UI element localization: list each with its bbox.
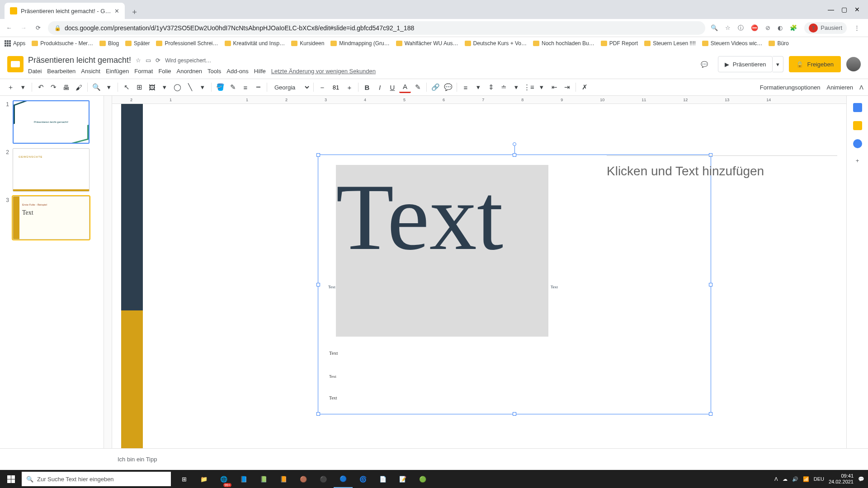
notepad-icon[interactable]: 📝 [393,470,412,488]
edge-icon[interactable]: 🌀 [354,470,373,488]
menu-file[interactable]: Datei [28,68,42,75]
forward-icon[interactable]: → [19,23,28,33]
undo-icon[interactable]: ↶ [35,81,47,93]
zoom-icon[interactable]: 🔍 [711,24,718,31]
menu-help[interactable]: Hilfe [254,68,266,75]
bookmark-item[interactable]: Steuern Lesen !!!! [644,40,696,47]
menu-slide[interactable]: Folie [158,68,171,75]
notifications-icon[interactable]: 💬 [858,476,864,482]
present-button[interactable]: ▶ Präsentieren [718,56,773,72]
slides-logo-icon[interactable] [7,56,24,72]
app-icon[interactable]: 📄 [373,470,392,488]
task-view-icon[interactable]: ⊞ [175,470,193,488]
bookmark-item[interactable]: Später [125,40,150,47]
obs-icon[interactable]: ⚫ [314,470,333,488]
decrease-indent-icon[interactable]: ⇤ [548,81,560,93]
comment-icon[interactable]: 💬 [442,81,454,93]
onedrive-icon[interactable]: ☁ [783,476,788,482]
minimize-icon[interactable]: — [828,6,834,13]
collapse-toolbar-icon[interactable]: ᐱ [859,84,863,91]
slide-thumbnail-3[interactable]: Erste Folie - Beispiel Text [13,196,90,239]
bookmark-item[interactable]: Produktsuche - Mer… [32,40,93,47]
profile-chip[interactable]: T Pausiert [804,22,847,34]
border-color-icon[interactable]: ✎ [227,81,239,93]
image-icon[interactable]: 🖼 [146,81,158,93]
new-tab-button[interactable]: + [127,5,141,19]
close-tab-icon[interactable]: ✕ [114,8,119,14]
keep-icon[interactable] [853,121,862,130]
font-family-select[interactable]: Georgia [270,84,311,91]
menu-arrange[interactable]: Anordnen [177,68,202,75]
bookmark-item[interactable]: Kursideen [291,40,324,47]
taskbar-search[interactable]: 🔍 Zur Suche Text hier eingeben [22,472,171,486]
extensions-icon[interactable]: 🧩 [790,24,797,31]
chevron-down-icon[interactable]: ▾ [510,81,522,93]
bookmark-item[interactable]: Wahlfächer WU Aus… [396,40,458,47]
line-icon[interactable]: ╲ [184,81,196,93]
new-slide-button[interactable]: ＋ [5,81,16,93]
star-icon[interactable]: ☆ [725,24,731,31]
explorer-icon[interactable]: 📁 [194,470,213,488]
highlight-icon[interactable]: ✎ [412,81,424,93]
numbered-list-icon[interactable]: ≐ [498,81,509,93]
chevron-down-icon[interactable]: ▾ [197,81,208,93]
chevron-down-icon[interactable]: ▾ [159,81,170,93]
link-icon[interactable]: 🔗 [429,81,441,93]
back-icon[interactable]: ← [5,23,14,33]
chrome-icon[interactable]: 🔵 [334,470,353,488]
increase-font-icon[interactable]: + [344,81,355,93]
border-weight-icon[interactable]: ≡ [240,81,251,93]
wifi-icon[interactable]: 📶 [803,476,809,482]
content-placeholder[interactable]: Klicken und Text hinzufügen [607,155,837,411]
resize-handle[interactable] [316,283,320,286]
bookmark-item[interactable]: Deutsche Kurs + Vo… [465,40,527,47]
menu-addons[interactable]: Add-ons [226,68,248,75]
slide-thumbnail-1[interactable]: Präsentieren leicht gemacht! [13,100,90,144]
document-title[interactable]: Präsentieren leicht gemacht! [28,56,131,65]
menu-view[interactable]: Ansicht [81,68,100,75]
decrease-font-icon[interactable]: − [316,81,328,93]
resize-handle[interactable] [316,153,320,157]
animate-button[interactable]: Animieren [826,84,853,91]
bookmark-item[interactable]: Steuern Videos wic… [702,40,763,47]
menu-tools[interactable]: Tools [208,68,221,75]
shape-icon[interactable]: ◯ [171,81,183,93]
font-size-input[interactable] [329,84,343,91]
present-dropdown[interactable]: ▾ [773,56,783,72]
edge-legacy-icon[interactable]: 🌐99+ [214,470,233,488]
resize-handle[interactable] [513,412,516,416]
add-icon[interactable]: + [853,157,862,166]
tray-chevron-icon[interactable]: ᐱ [774,476,778,482]
volume-icon[interactable]: 🔊 [792,476,798,482]
underline-icon[interactable]: U [387,81,398,93]
bookmark-item[interactable]: Professionell Schrei… [156,40,218,47]
text-color-icon[interactable]: A [399,81,411,93]
clock[interactable]: 09:41 24.02.2021 [829,473,854,485]
format-options-button[interactable]: Formatierungsoptionen [760,84,821,91]
star-icon[interactable]: ☆ [136,57,141,64]
slide-canvas[interactable]: Text Text Text Text Text Text Klicken un… [112,104,846,448]
slide-thumbnail-2[interactable]: GEWÜNSCHTE [13,148,90,192]
account-avatar[interactable] [846,57,861,71]
apps-shortcut[interactable]: Apps [5,40,25,47]
clear-format-icon[interactable]: ✗ [579,81,590,93]
italic-icon[interactable]: I [374,81,386,93]
browser-tab[interactable]: Präsentieren leicht gemacht! - G… ✕ [5,3,125,19]
bookmark-item[interactable]: Mindmapping (Gru… [330,40,389,47]
start-button[interactable] [0,470,22,488]
spotify-icon[interactable]: 🟢 [413,470,432,488]
share-button[interactable]: 🔒 Freigeben [789,56,841,72]
calendar-icon[interactable] [853,103,862,112]
speaker-notes[interactable]: Ich bin ein Tipp [0,448,868,470]
language-indicator[interactable]: DEU [814,476,824,482]
menu-icon[interactable]: ⋮ [854,24,860,31]
bookmark-item[interactable]: Kreativität und Insp… [225,40,285,47]
paint-format-icon[interactable]: 🖌 [73,81,85,93]
excel-icon[interactable]: 📗 [254,470,273,488]
bookmark-item[interactable]: Noch hochladen Bu… [533,40,594,47]
extension-icon[interactable]: ⊘ [765,24,770,31]
resize-handle[interactable] [316,412,320,416]
border-dash-icon[interactable]: ┅ [252,81,264,93]
bulleted-list-icon[interactable]: ⋮≡ [523,81,535,93]
extension-icon[interactable]: ◐ [778,24,783,31]
